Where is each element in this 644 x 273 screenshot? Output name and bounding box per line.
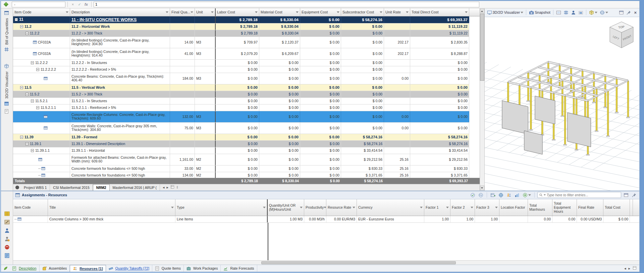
cell-equipment[interactable]: $ 0.00 <box>300 141 341 147</box>
float-window-button[interactable] <box>618 10 625 15</box>
cell-unit[interactable]: M3 <box>195 37 216 48</box>
cell-equipment[interactable]: $ 0.00 <box>300 30 341 37</box>
filter-caret-icon[interactable] <box>166 11 168 13</box>
add-resource-button[interactable] <box>522 192 532 198</box>
render-mode-button[interactable] <box>599 10 609 15</box>
expand-collapse-icon[interactable] <box>15 18 18 21</box>
filter-entries-input[interactable] <box>547 193 620 197</box>
column-header-productivity[interactable]: Productivity <box>304 199 326 216</box>
snapshot-button[interactable]: Snapshot <box>528 10 551 15</box>
cell-unit_rate[interactable] <box>384 105 410 111</box>
cell-desc[interactable]: Concrete formwork for foundations <= 500… <box>70 165 170 172</box>
cell-equipment[interactable]: $ 0.00 <box>300 98 341 104</box>
cell-labor[interactable]: $ 0.00 <box>216 147 259 154</box>
column-header-loc[interactable]: Location Factor <box>499 199 528 216</box>
grid-row[interactable]: 1111 - IN-SITU CONCRETE WORKS$ 2,789.18$… <box>13 16 469 23</box>
section-box-button[interactable] <box>578 10 584 15</box>
filter-caret-icon[interactable] <box>191 11 193 13</box>
filter-caret-icon[interactable] <box>406 11 409 13</box>
cell-total[interactable]: $ 0.00 <box>410 98 469 104</box>
cell-subcontractor[interactable]: $ 0.00 <box>341 105 384 111</box>
column-header-item_code[interactable]: Item Code <box>13 199 48 216</box>
cell-qty[interactable] <box>170 147 195 154</box>
cell-qty[interactable]: 41.00 <box>170 48 195 59</box>
cell-qty[interactable] <box>170 91 195 97</box>
cell-code[interactable]: 11.2.2.2.2 <box>13 66 70 73</box>
layout-menu-icon[interactable] <box>15 186 19 189</box>
cell-labor[interactable]: $ 0.00 <box>216 111 259 122</box>
cell-unit_rate[interactable] <box>384 147 410 154</box>
cell-unit[interactable] <box>195 30 216 37</box>
cell-subcontractor[interactable]: $ 0.00 <box>341 60 384 66</box>
cell-code[interactable]: CF032A <box>13 37 70 48</box>
cell-unit_rate[interactable] <box>384 141 410 147</box>
grid-row[interactable]: Concrete formwork for foundations <= 500… <box>13 172 469 178</box>
subcontractor-icon[interactable] <box>4 236 10 242</box>
expand-collapse-icon[interactable] <box>31 149 34 152</box>
column-header-subcontractor[interactable]: Subcontractor Cost <box>341 8 384 16</box>
column-header-unit_rate[interactable]: Unit Rate <box>384 8 410 16</box>
sheet-tab-nrm2[interactable]: NRM2 <box>93 184 110 191</box>
cell-unit_rate[interactable]: 202.17 <box>384 37 410 48</box>
tabs-scroll-left-icon[interactable]: ◂ <box>624 266 626 271</box>
insert-function-button[interactable]: fx <box>83 2 89 6</box>
cell-code[interactable]: 11 <box>13 16 70 23</box>
filter-caret-icon[interactable] <box>255 11 258 13</box>
expand-collapse-icon[interactable] <box>20 136 23 139</box>
cell-equipment[interactable]: $ 0.00 <box>300 165 341 172</box>
cell-total[interactable]: $ 0.00 <box>410 73 469 84</box>
geometry-filter-button[interactable] <box>588 10 598 15</box>
scrollbar-thumb[interactable] <box>480 14 484 81</box>
cell-f3[interactable]: 1.00 <box>475 216 499 222</box>
cell-desc[interactable]: 11.2.2.2.2 - Reinforced > 5% <box>70 66 170 73</box>
cell-material[interactable]: $ 8,330.04 <box>259 23 300 30</box>
grid-row[interactable]: 11.5.211.5.2 - > 300 Thick$ 0.00$ 0.00$ … <box>13 91 469 98</box>
filter-caret-icon[interactable] <box>171 207 174 208</box>
sheet-tab-project-wbs-1[interactable]: Project WBS 1 <box>21 184 50 191</box>
filter-caret-icon[interactable] <box>446 207 449 208</box>
cell-code[interactable]: 11.39.1.1 <box>13 147 70 154</box>
grid-row[interactable]: 11.3911.39 - Formed$ 0.00$ 0.00$ 0.00$ 5… <box>13 134 469 141</box>
cell-desc[interactable]: Concrete Beams: Concrete, Cast-in-Place … <box>70 73 170 84</box>
cell-total[interactable]: $ 0.00 <box>603 216 630 222</box>
cell-equipment[interactable]: $ 0.00 <box>300 66 341 73</box>
cell-unit[interactable] <box>195 141 216 147</box>
cancel-button[interactable]: × <box>70 2 76 6</box>
cell-code[interactable]: 11.2 <box>13 23 70 30</box>
cell-unit[interactable] <box>195 105 216 111</box>
tabs-scroll-right-icon[interactable]: ▸ <box>167 185 169 190</box>
cell-subcontractor[interactable]: $ 0.00 <box>341 48 384 59</box>
cell-material[interactable]: $ 0.00 <box>259 141 300 147</box>
cell-equipment[interactable]: $ 0.00 <box>300 172 341 178</box>
cell-qty[interactable] <box>170 60 195 66</box>
cell-equipment[interactable]: $ 0.00 <box>300 48 341 59</box>
cell-f2[interactable]: 1.00 <box>450 216 475 222</box>
cell-unit_rate[interactable]: 0.00 <box>384 123 410 134</box>
cell-desc[interactable]: Concrete formwork for foundations <= 500… <box>70 172 170 178</box>
vertical-scrollbar[interactable] <box>480 8 485 191</box>
cell-subcontractor[interactable]: $ 0.00 <box>341 30 384 37</box>
cell-material[interactable]: $ 0.00 <box>259 147 300 154</box>
grid-row[interactable]: Formwork for attached Beams: Concrete, C… <box>13 154 469 165</box>
cell-code[interactable] <box>13 154 70 165</box>
filter-caret-icon[interactable] <box>420 207 423 208</box>
resources-people-button[interactable] <box>506 192 512 198</box>
scroll-down-icon[interactable] <box>480 186 484 190</box>
cell-desc[interactable]: (In blinded footings) Concrete, Cast-in-… <box>70 37 170 48</box>
cell-subcontractor[interactable]: $ 58,274.16 <box>341 134 384 140</box>
expand-collapse-icon[interactable] <box>25 32 29 35</box>
cell-qty[interactable] <box>170 105 195 111</box>
validate-button[interactable] <box>470 192 476 198</box>
cell-material[interactable]: $ 0.00 <box>259 154 300 165</box>
tab-quote-items[interactable]: Quote Items <box>152 265 184 272</box>
grid-row[interactable]: 11.2.211.2.2 - > 300 Thick$ 2,789.18$ 8,… <box>13 30 469 37</box>
cell-material[interactable]: $ 0.00 <box>259 165 300 172</box>
cell-equipment[interactable]: $ 0.00 <box>300 16 341 23</box>
cell-f1[interactable]: 1.00 <box>424 216 450 222</box>
filter-box[interactable] <box>537 192 621 198</box>
column-header-total[interactable]: Total Direct Cost <box>410 8 469 16</box>
visualizer-viewport[interactable]: TOP LEFT FRONT <box>485 17 640 191</box>
cell-desc[interactable]: 11.5.2 - > 300 Thick <box>70 91 170 97</box>
tabs-list-icon[interactable] <box>170 185 174 190</box>
cell-subcontractor[interactable]: $ 0.00 <box>341 111 384 122</box>
